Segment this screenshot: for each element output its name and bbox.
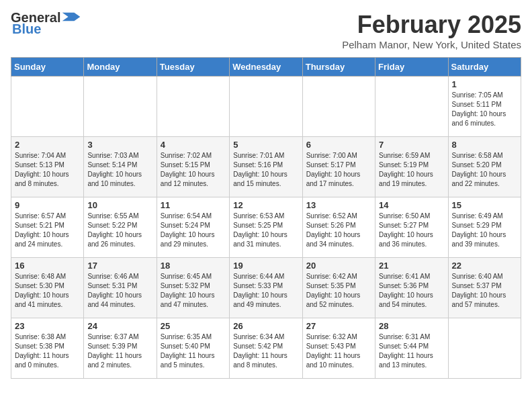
calendar-cell: 14Sunrise: 6:50 AM Sunset: 5:27 PM Dayli… — [375, 197, 448, 258]
day-info: Sunrise: 6:44 AM Sunset: 5:33 PM Dayligh… — [233, 272, 298, 310]
header-day-thursday: Thursday — [302, 58, 375, 77]
day-info: Sunrise: 6:48 AM Sunset: 5:30 PM Dayligh… — [15, 272, 80, 310]
day-info: Sunrise: 6:41 AM Sunset: 5:36 PM Dayligh… — [379, 272, 444, 310]
calendar-cell — [302, 77, 375, 137]
calendar-cell: 7Sunrise: 6:59 AM Sunset: 5:19 PM Daylig… — [375, 137, 448, 197]
day-number: 14 — [379, 200, 444, 210]
day-info: Sunrise: 6:37 AM Sunset: 5:39 PM Dayligh… — [87, 332, 152, 370]
day-number: 27 — [306, 321, 371, 331]
calendar-cell: 13Sunrise: 6:52 AM Sunset: 5:26 PM Dayli… — [302, 197, 375, 258]
day-number: 7 — [379, 140, 444, 150]
calendar-cell: 19Sunrise: 6:44 AM Sunset: 5:33 PM Dayli… — [230, 258, 302, 318]
header-day-saturday: Saturday — [448, 58, 521, 77]
day-number: 11 — [161, 200, 226, 210]
calendar-cell: 5Sunrise: 7:01 AM Sunset: 5:16 PM Daylig… — [230, 137, 302, 197]
header-day-monday: Monday — [84, 58, 157, 77]
week-row-1: 1Sunrise: 7:05 AM Sunset: 5:11 PM Daylig… — [11, 77, 521, 137]
day-info: Sunrise: 6:32 AM Sunset: 5:43 PM Dayligh… — [306, 332, 371, 370]
day-info: Sunrise: 6:45 AM Sunset: 5:32 PM Dayligh… — [161, 272, 226, 310]
day-number: 19 — [233, 261, 298, 271]
location: Pelham Manor, New York, United States — [342, 39, 521, 50]
calendar-cell: 22Sunrise: 6:40 AM Sunset: 5:37 PM Dayli… — [448, 258, 521, 318]
calendar-cell: 17Sunrise: 6:46 AM Sunset: 5:31 PM Dayli… — [84, 258, 157, 318]
logo-blue: Blue — [12, 21, 41, 37]
day-number: 22 — [452, 261, 517, 271]
calendar-cell: 12Sunrise: 6:53 AM Sunset: 5:25 PM Dayli… — [230, 197, 302, 258]
day-number: 3 — [87, 140, 152, 150]
svg-marker-0 — [62, 13, 81, 21]
calendar-cell: 18Sunrise: 6:45 AM Sunset: 5:32 PM Dayli… — [157, 258, 229, 318]
day-info: Sunrise: 6:54 AM Sunset: 5:24 PM Dayligh… — [161, 212, 226, 249]
calendar-cell: 28Sunrise: 6:31 AM Sunset: 5:44 PM Dayli… — [375, 318, 448, 379]
day-number: 23 — [15, 321, 80, 331]
day-info: Sunrise: 7:02 AM Sunset: 5:15 PM Dayligh… — [161, 151, 226, 189]
week-row-3: 9Sunrise: 6:57 AM Sunset: 5:21 PM Daylig… — [11, 197, 521, 258]
header-day-sunday: Sunday — [11, 58, 84, 77]
header-row: SundayMondayTuesdayWednesdayThursdayFrid… — [11, 58, 521, 77]
day-info: Sunrise: 6:52 AM Sunset: 5:26 PM Dayligh… — [306, 212, 371, 249]
day-number: 28 — [379, 321, 444, 331]
calendar-body: 1Sunrise: 7:05 AM Sunset: 5:11 PM Daylig… — [11, 77, 521, 379]
day-number: 17 — [87, 261, 152, 271]
header-day-wednesday: Wednesday — [230, 58, 302, 77]
day-number: 9 — [15, 200, 80, 210]
calendar-cell: 1Sunrise: 7:05 AM Sunset: 5:11 PM Daylig… — [448, 77, 521, 137]
day-info: Sunrise: 6:38 AM Sunset: 5:38 PM Dayligh… — [15, 332, 80, 370]
day-info: Sunrise: 6:35 AM Sunset: 5:40 PM Dayligh… — [161, 332, 226, 370]
day-info: Sunrise: 7:01 AM Sunset: 5:16 PM Dayligh… — [233, 151, 298, 189]
week-row-4: 16Sunrise: 6:48 AM Sunset: 5:30 PM Dayli… — [11, 258, 521, 318]
calendar-cell — [448, 318, 521, 379]
day-info: Sunrise: 7:04 AM Sunset: 5:13 PM Dayligh… — [15, 151, 80, 189]
day-info: Sunrise: 6:40 AM Sunset: 5:37 PM Dayligh… — [452, 272, 517, 310]
calendar-cell: 4Sunrise: 7:02 AM Sunset: 5:15 PM Daylig… — [157, 137, 229, 197]
day-info: Sunrise: 6:50 AM Sunset: 5:27 PM Dayligh… — [379, 212, 444, 249]
calendar-cell — [84, 77, 157, 137]
day-number: 2 — [15, 140, 80, 150]
day-number: 10 — [87, 200, 152, 210]
month-title: February 2025 — [342, 11, 521, 39]
calendar-cell: 6Sunrise: 7:00 AM Sunset: 5:17 PM Daylig… — [302, 137, 375, 197]
header: General Blue February 2025 Pelham Manor,… — [11, 11, 521, 50]
header-day-friday: Friday — [375, 58, 448, 77]
calendar-cell: 26Sunrise: 6:34 AM Sunset: 5:42 PM Dayli… — [230, 318, 302, 379]
calendar-cell: 2Sunrise: 7:04 AM Sunset: 5:13 PM Daylig… — [11, 137, 84, 197]
calendar-cell: 23Sunrise: 6:38 AM Sunset: 5:38 PM Dayli… — [11, 318, 84, 379]
week-row-5: 23Sunrise: 6:38 AM Sunset: 5:38 PM Dayli… — [11, 318, 521, 379]
calendar-cell — [11, 77, 84, 137]
day-info: Sunrise: 7:00 AM Sunset: 5:17 PM Dayligh… — [306, 151, 371, 189]
day-info: Sunrise: 7:03 AM Sunset: 5:14 PM Dayligh… — [87, 151, 152, 189]
day-number: 20 — [306, 261, 371, 271]
calendar-cell: 25Sunrise: 6:35 AM Sunset: 5:40 PM Dayli… — [157, 318, 229, 379]
day-number: 15 — [452, 200, 517, 210]
day-info: Sunrise: 6:34 AM Sunset: 5:42 PM Dayligh… — [233, 332, 298, 370]
title-block: February 2025 Pelham Manor, New York, Un… — [342, 11, 521, 50]
calendar-cell: 21Sunrise: 6:41 AM Sunset: 5:36 PM Dayli… — [375, 258, 448, 318]
day-info: Sunrise: 6:58 AM Sunset: 5:20 PM Dayligh… — [452, 151, 517, 189]
day-info: Sunrise: 6:46 AM Sunset: 5:31 PM Dayligh… — [87, 272, 152, 310]
calendar-cell: 24Sunrise: 6:37 AM Sunset: 5:39 PM Dayli… — [84, 318, 157, 379]
week-row-2: 2Sunrise: 7:04 AM Sunset: 5:13 PM Daylig… — [11, 137, 521, 197]
day-number: 12 — [233, 200, 298, 210]
calendar-cell: 8Sunrise: 6:58 AM Sunset: 5:20 PM Daylig… — [448, 137, 521, 197]
calendar-table: SundayMondayTuesdayWednesdayThursdayFrid… — [11, 57, 521, 379]
day-number: 4 — [161, 140, 226, 150]
calendar-cell: 16Sunrise: 6:48 AM Sunset: 5:30 PM Dayli… — [11, 258, 84, 318]
day-info: Sunrise: 6:59 AM Sunset: 5:19 PM Dayligh… — [379, 151, 444, 189]
calendar-cell — [157, 77, 229, 137]
logo-arrow-icon — [62, 11, 81, 22]
day-number: 18 — [161, 261, 226, 271]
day-number: 21 — [379, 261, 444, 271]
calendar-cell: 9Sunrise: 6:57 AM Sunset: 5:21 PM Daylig… — [11, 197, 84, 258]
day-number: 8 — [452, 140, 517, 150]
calendar-cell: 10Sunrise: 6:55 AM Sunset: 5:22 PM Dayli… — [84, 197, 157, 258]
day-number: 5 — [233, 140, 298, 150]
header-day-tuesday: Tuesday — [157, 58, 229, 77]
day-number: 24 — [87, 321, 152, 331]
day-number: 26 — [233, 321, 298, 331]
calendar-header: SundayMondayTuesdayWednesdayThursdayFrid… — [11, 58, 521, 77]
calendar-cell: 15Sunrise: 6:49 AM Sunset: 5:29 PM Dayli… — [448, 197, 521, 258]
day-info: Sunrise: 6:49 AM Sunset: 5:29 PM Dayligh… — [452, 212, 517, 249]
calendar-cell: 27Sunrise: 6:32 AM Sunset: 5:43 PM Dayli… — [302, 318, 375, 379]
calendar-cell — [375, 77, 448, 137]
day-info: Sunrise: 6:55 AM Sunset: 5:22 PM Dayligh… — [87, 212, 152, 249]
